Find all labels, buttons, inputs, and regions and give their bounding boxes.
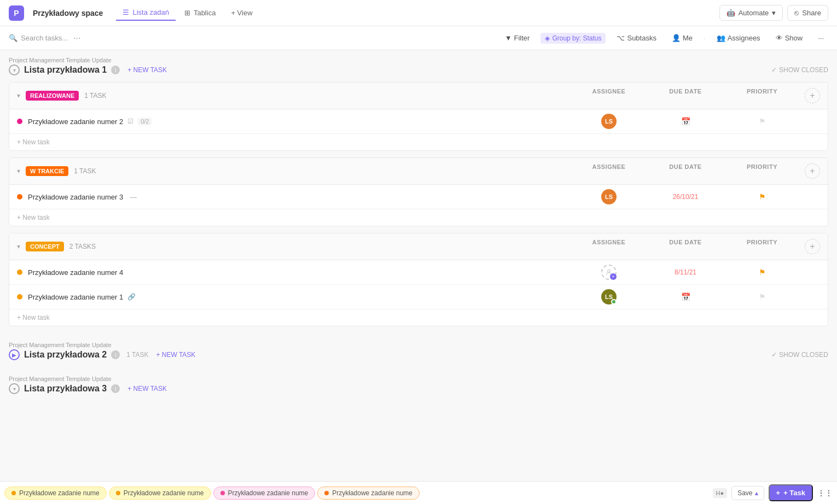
concept-toggle[interactable]: ▾	[17, 243, 20, 250]
concept-badge: CONCEPT	[26, 242, 64, 251]
attach-icon: 🔗	[127, 293, 136, 301]
save-button[interactable]: Save ▴	[731, 486, 764, 500]
concept-new-task[interactable]: + New task	[9, 309, 828, 326]
wtrakcie-toggle[interactable]: ▾	[17, 167, 20, 175]
show-label: Show	[785, 34, 803, 42]
avatar: LS	[601, 189, 617, 204]
me-icon: 👤	[672, 34, 681, 42]
realizowane-new-task[interactable]: + New task	[9, 134, 828, 150]
list-3-header: Project Management Template Update ▾ Lis…	[0, 369, 837, 396]
list-section-1: Project Management Template Update ▾ Lis…	[0, 50, 837, 326]
assignees-button[interactable]: 👥 Assignees	[712, 32, 765, 44]
col-assignee: ASSIGNEE	[571, 88, 647, 103]
filter-button[interactable]: ▼ Filter	[501, 32, 534, 44]
task-name: Przykładowe zadanie numer 2 ☑ 0/2	[28, 118, 571, 126]
top-bar: P Przykładowy space ☰ Lista zadań ⊞ Tabl…	[0, 0, 837, 26]
assignee-col: LS	[571, 289, 647, 304]
flag-icon: ⚑	[759, 292, 766, 301]
list-1-show-closed-btn[interactable]: ✓ SHOW CLOSED	[771, 66, 828, 74]
list-1-toggle[interactable]: ▾	[9, 65, 20, 75]
due-date-col: 📅	[647, 117, 724, 126]
grid-icon[interactable]: ⋮⋮	[817, 489, 833, 497]
tab-tablica[interactable]: ⊞ Tablica	[178, 5, 222, 20]
save-label: Save	[737, 489, 752, 497]
status-group-concept: ▾ CONCEPT 2 TASKS ASSIGNEE DUE DATE PRIO…	[9, 233, 828, 326]
table-row[interactable]: Przykładowe zadanie numer 4 + 8/11/21 ⚑	[9, 260, 828, 285]
pill-label-2: Przykładowe zadanie nume	[124, 489, 204, 497]
avatar-add[interactable]: +	[601, 265, 617, 280]
due-date-col: 📅	[647, 292, 724, 301]
add-view-label: + View	[231, 9, 252, 17]
show-closed-label2: SHOW CLOSED	[779, 351, 828, 359]
tab-lista[interactable]: ☰ Lista zadań	[116, 5, 176, 21]
list-2-new-task-btn[interactable]: + NEW TASK	[153, 350, 199, 360]
concept-header: ▾ CONCEPT 2 TASKS ASSIGNEE DUE DATE PRIO…	[9, 233, 828, 260]
task-dot	[17, 269, 22, 275]
wtrakcie-new-task[interactable]: + New task	[9, 209, 828, 226]
list-2-toggle[interactable]: ▶	[9, 349, 20, 360]
bottom-right: H● Save ▴ + + Task ⋮⋮	[713, 484, 833, 501]
main-content: Project Management Template Update ▾ Lis…	[0, 50, 837, 481]
pill-label-3: Przykładowe zadanie nume	[228, 489, 309, 497]
realizowane-toggle[interactable]: ▾	[17, 92, 20, 99]
task-dot	[17, 294, 22, 300]
show-button[interactable]: 👁 Show	[771, 32, 807, 44]
search-more-icon[interactable]: ···	[73, 33, 80, 43]
list-2-title-row: ▶ Lista przykładowa 2 i 1 TASK + NEW TAS…	[9, 349, 828, 360]
due-date: 8/11/21	[675, 268, 696, 276]
task-pill-4[interactable]: Przykładowe zadanie nume	[317, 487, 420, 500]
assignee-col: LS	[571, 114, 647, 129]
subtasks-button[interactable]: ⌥ Subtasks	[612, 32, 660, 44]
calendar-icon: 📅	[681, 292, 690, 301]
wtrakcie-count: 1 TASK	[74, 167, 96, 175]
pill-dot-2	[116, 491, 120, 495]
automate-button[interactable]: 🤖 Automate ▾	[719, 5, 783, 21]
list-3-info-icon[interactable]: i	[111, 384, 120, 393]
online-dot	[611, 299, 617, 304]
svg-point-0	[608, 269, 611, 272]
table-row[interactable]: Przykładowe zadanie numer 1 🔗 LS 📅 ⚑	[9, 285, 828, 309]
task-pill-3[interactable]: Przykładowe zadanie nume	[213, 487, 316, 500]
add-col-btn3[interactable]: +	[805, 239, 820, 254]
task-name: Przykładowe zadanie numer 1 🔗	[28, 293, 571, 301]
search-icon: 🔍	[9, 34, 18, 42]
list-1-info-icon[interactable]: i	[111, 66, 120, 74]
list-3-new-task-btn[interactable]: + NEW TASK	[124, 384, 170, 394]
more-button[interactable]: ···	[813, 32, 828, 44]
subtask-count: 0/2	[138, 118, 152, 125]
search-area[interactable]: 🔍 Search tasks... ···	[9, 33, 496, 43]
share-button[interactable]: ⎋ Share	[787, 5, 828, 21]
realizowane-count: 1 TASK	[84, 92, 106, 99]
group-by-button[interactable]: ◈ Group by: Status	[540, 33, 606, 44]
list-2-show-closed-btn[interactable]: ✓ SHOW CLOSED	[771, 351, 828, 359]
table-row[interactable]: Przykładowe zadanie numer 3 — LS 26/10/2…	[9, 185, 828, 209]
list-3-toggle[interactable]: ▾	[9, 383, 20, 394]
assignee-col: LS	[571, 189, 647, 204]
task-dot	[17, 119, 22, 124]
tab-add-view[interactable]: + View	[224, 5, 259, 20]
calendar-icon: 📅	[681, 117, 690, 126]
me-button[interactable]: 👤 Me	[667, 32, 697, 44]
task-pill-2[interactable]: Przykładowe zadanie nume	[109, 487, 211, 500]
show-closed-label: SHOW CLOSED	[779, 66, 828, 74]
add-col-btn[interactable]: +	[805, 88, 820, 103]
header-right: 🤖 Automate ▾ ⎋ Share	[719, 5, 828, 21]
due-date: 26/10/21	[673, 193, 699, 201]
ho-badge[interactable]: H●	[713, 488, 728, 498]
add-task-button[interactable]: + + Task	[769, 484, 813, 501]
task-pill-1[interactable]: Przykładowe zadanie nume	[4, 487, 107, 500]
table-row[interactable]: Przykładowe zadanie numer 2 ☑ 0/2 LS 📅 ⚑	[9, 109, 828, 134]
me-label: Me	[683, 34, 693, 42]
flag-icon: ⚑	[759, 117, 766, 126]
list-2-info-icon[interactable]: i	[111, 350, 120, 359]
add-col-btn2[interactable]: +	[805, 163, 820, 179]
list-section-3: Project Management Template Update ▾ Lis…	[0, 369, 837, 396]
task-name: Przykładowe zadanie numer 3 —	[28, 193, 571, 201]
realizowane-badge: REALIZOWANE	[26, 91, 79, 101]
col-due-date: DUE DATE	[647, 88, 724, 103]
wtrakcie-header: ▾ W TRAKCIE 1 TASK ASSIGNEE DUE DATE PRI…	[9, 158, 828, 185]
col-assignee3: ASSIGNEE	[571, 239, 647, 254]
list-1-new-task-btn[interactable]: + NEW TASK	[124, 65, 170, 75]
show-icon: 👁	[776, 34, 783, 42]
list-2-task-count: 1 TASK	[126, 351, 148, 359]
